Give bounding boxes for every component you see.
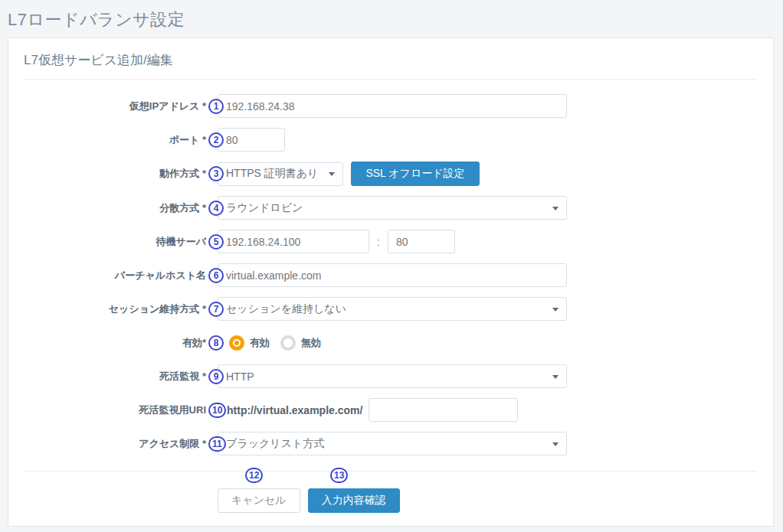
- healthcheck-uri-input[interactable]: [369, 398, 518, 422]
- radio-disabled[interactable]: [280, 335, 296, 351]
- annotation-badge-9: 9: [208, 369, 224, 384]
- healthcheck-uri-prefix: http://virtual.example.com/: [227, 404, 362, 416]
- radio-enabled-label: 有効: [250, 336, 270, 350]
- form-footer: 12 13 キャンセル 入力内容確認: [8, 472, 773, 513]
- annotation-badge-13: 13: [330, 468, 348, 483]
- healthcheck-select[interactable]: HTTP: [218, 364, 567, 388]
- virtual-host-input[interactable]: [218, 263, 567, 287]
- chevron-down-icon: [552, 442, 559, 446]
- protocol-select-value: HTTPS 証明書あり: [226, 167, 318, 181]
- session-select[interactable]: セッションを維持しない: [218, 297, 567, 321]
- annotation-badge-11: 11: [208, 436, 226, 452]
- annotation-badge-1: 1: [208, 99, 224, 114]
- annotation-badge-10: 10: [208, 403, 226, 418]
- ip-port-separator: :: [369, 236, 388, 248]
- annotation-badge-5: 5: [208, 234, 224, 250]
- radio-enabled-selected[interactable]: [229, 335, 244, 351]
- annotation-badge-4: 4: [208, 201, 224, 216]
- cancel-button[interactable]: キャンセル: [218, 488, 300, 513]
- balancing-select[interactable]: ラウンドロビン: [218, 196, 567, 220]
- card-title: L7仮想サービス追加/編集: [8, 38, 773, 79]
- balancing-label: 分散方式 *: [8, 201, 218, 215]
- virtual-host-label: バーチャルホスト名: [8, 269, 218, 282]
- port-label: ポート *: [8, 133, 218, 147]
- form-row-healthcheck-uri: 死活監視用URI 10 http://virtual.example.com/: [8, 398, 773, 422]
- access-restriction-label: アクセス制限 *: [8, 437, 218, 451]
- form-row-balancing: 分散方式 * 4 ラウンドロビン: [8, 196, 773, 220]
- annotation-badge-12: 12: [245, 468, 263, 483]
- form-row-enabled: 有効* 8 有効 無効: [8, 331, 773, 354]
- form-card: L7仮想サービス追加/編集 仮想IPアドレス * 1 ポート * 2 動作方式 …: [8, 38, 774, 527]
- annotation-badge-7: 7: [208, 302, 224, 317]
- form-row-access-restriction: アクセス制限 * 11 ブラックリスト方式: [8, 432, 773, 455]
- annotation-badge-8: 8: [208, 335, 224, 351]
- enabled-radio-group: 有効 無効: [229, 335, 332, 351]
- form-row-virtual-host: バーチャルホスト名 6: [8, 263, 773, 287]
- annotation-badge-6: 6: [208, 268, 224, 283]
- ssl-offload-button[interactable]: SSL オフロード設定: [351, 162, 480, 186]
- form-row-protocol: 動作方式 * 3 HTTPS 証明書あり SSL オフロード設定: [8, 162, 773, 186]
- chevron-down-icon: [552, 375, 559, 379]
- form-row-virtual-ip: 仮想IPアドレス * 1: [8, 94, 773, 118]
- standby-port-input[interactable]: [388, 230, 455, 253]
- healthcheck-select-value: HTTP: [226, 370, 254, 383]
- standby-server-label: 待機サーバ: [8, 235, 218, 249]
- protocol-label: 動作方式 *: [8, 167, 218, 181]
- radio-disabled-label: 無効: [301, 336, 321, 350]
- chevron-down-icon: [552, 308, 559, 312]
- enabled-label: 有効*: [8, 336, 218, 350]
- annotation-badge-2: 2: [208, 132, 224, 148]
- healthcheck-uri-label: 死活監視用URI: [8, 403, 218, 417]
- chevron-down-icon: [329, 172, 335, 176]
- form-row-healthcheck: 死活監視 * 9 HTTP: [8, 364, 773, 388]
- page-title: L7ロードバランサ設定: [8, 8, 783, 31]
- form-row-session: セッション維持方式 * 7 セッションを維持しない: [8, 297, 773, 321]
- session-label: セッション維持方式 *: [8, 302, 218, 316]
- confirm-button[interactable]: 入力内容確認: [308, 488, 400, 513]
- l7-virtual-service-form: 仮想IPアドレス * 1 ポート * 2 動作方式 * 3 HTTPS 証明書あ…: [8, 80, 773, 455]
- virtual-ip-label: 仮想IPアドレス *: [8, 100, 218, 113]
- form-row-port: ポート * 2: [8, 128, 773, 152]
- virtual-ip-input[interactable]: [218, 94, 567, 118]
- healthcheck-label: 死活監視 *: [8, 370, 218, 383]
- balancing-select-value: ラウンドロビン: [226, 201, 303, 215]
- annotation-badge-3: 3: [208, 166, 224, 181]
- port-input[interactable]: [218, 128, 285, 152]
- standby-ip-input[interactable]: [218, 230, 369, 253]
- access-restriction-select-value: ブラックリスト方式: [226, 437, 324, 451]
- form-row-standby-server: 待機サーバ 5 :: [8, 230, 773, 253]
- protocol-select[interactable]: HTTPS 証明書あり: [218, 162, 343, 186]
- session-select-value: セッションを維持しない: [226, 302, 346, 316]
- chevron-down-icon: [552, 207, 559, 211]
- access-restriction-select[interactable]: ブラックリスト方式: [218, 432, 567, 455]
